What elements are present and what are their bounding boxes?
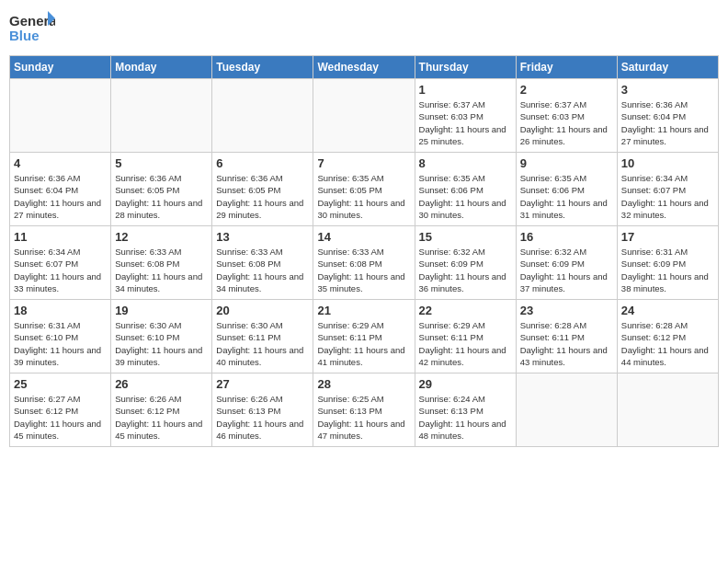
calendar-day: 19Sunrise: 6:30 AMSunset: 6:10 PMDayligh…: [111, 300, 212, 373]
calendar-day: 11Sunrise: 6:34 AMSunset: 6:07 PMDayligh…: [10, 226, 111, 300]
day-number: 15: [419, 230, 512, 244]
day-info: Sunrise: 6:28 AMSunset: 6:12 PMDaylight:…: [621, 319, 714, 368]
day-number: 12: [115, 230, 208, 244]
day-number: 1: [419, 83, 512, 97]
day-info: Sunrise: 6:36 AMSunset: 6:04 PMDaylight:…: [621, 98, 714, 147]
day-number: 4: [14, 156, 107, 170]
calendar-day: 9Sunrise: 6:35 AMSunset: 6:06 PMDaylight…: [516, 153, 617, 226]
day-number: 27: [216, 377, 309, 391]
day-info: Sunrise: 6:33 AMSunset: 6:08 PMDaylight:…: [216, 246, 309, 294]
day-info: Sunrise: 6:29 AMSunset: 6:11 PMDaylight:…: [419, 319, 512, 368]
calendar-day: 25Sunrise: 6:27 AMSunset: 6:12 PMDayligh…: [10, 373, 111, 447]
day-info: Sunrise: 6:35 AMSunset: 6:06 PMDaylight:…: [520, 172, 613, 221]
calendar-day: [111, 79, 212, 153]
calendar-day: 16Sunrise: 6:32 AMSunset: 6:09 PMDayligh…: [516, 226, 617, 300]
day-info: Sunrise: 6:26 AMSunset: 6:13 PMDaylight:…: [216, 393, 309, 442]
day-number: 6: [216, 156, 309, 170]
day-info: Sunrise: 6:37 AMSunset: 6:03 PMDaylight:…: [520, 98, 613, 147]
calendar-header-sunday: Sunday: [10, 56, 111, 79]
calendar-day: 5Sunrise: 6:36 AMSunset: 6:05 PMDaylight…: [111, 153, 212, 226]
day-info: Sunrise: 6:30 AMSunset: 6:10 PMDaylight:…: [115, 319, 208, 368]
calendar-day: 18Sunrise: 6:31 AMSunset: 6:10 PMDayligh…: [10, 300, 111, 373]
day-number: 9: [520, 156, 613, 170]
calendar-header-saturday: Saturday: [617, 56, 718, 79]
day-number: 28: [317, 377, 410, 391]
day-info: Sunrise: 6:33 AMSunset: 6:08 PMDaylight:…: [317, 246, 410, 294]
calendar-day: 20Sunrise: 6:30 AMSunset: 6:11 PMDayligh…: [212, 300, 313, 373]
day-info: Sunrise: 6:36 AMSunset: 6:05 PMDaylight:…: [216, 172, 309, 221]
day-info: Sunrise: 6:29 AMSunset: 6:11 PMDaylight:…: [317, 319, 410, 368]
calendar-day: 29Sunrise: 6:24 AMSunset: 6:13 PMDayligh…: [415, 373, 516, 447]
day-number: 22: [419, 304, 512, 317]
day-number: 20: [216, 304, 309, 317]
calendar-week-5: 25Sunrise: 6:27 AMSunset: 6:12 PMDayligh…: [10, 373, 719, 447]
day-number: 24: [621, 304, 714, 317]
calendar-day: 21Sunrise: 6:29 AMSunset: 6:11 PMDayligh…: [313, 300, 415, 373]
day-number: 10: [621, 156, 714, 170]
day-number: 21: [317, 304, 410, 317]
day-number: 16: [520, 230, 613, 244]
calendar-day: 10Sunrise: 6:34 AMSunset: 6:07 PMDayligh…: [617, 153, 718, 226]
day-number: 26: [115, 377, 208, 391]
day-number: 18: [14, 304, 107, 317]
calendar-day: 22Sunrise: 6:29 AMSunset: 6:11 PMDayligh…: [415, 300, 516, 373]
calendar-day: 14Sunrise: 6:33 AMSunset: 6:08 PMDayligh…: [313, 226, 415, 300]
day-info: Sunrise: 6:27 AMSunset: 6:12 PMDaylight:…: [14, 393, 107, 442]
day-number: 17: [621, 230, 714, 244]
calendar-day: 12Sunrise: 6:33 AMSunset: 6:08 PMDayligh…: [111, 226, 212, 300]
day-info: Sunrise: 6:32 AMSunset: 6:09 PMDaylight:…: [520, 246, 613, 294]
day-info: Sunrise: 6:36 AMSunset: 6:05 PMDaylight:…: [115, 172, 208, 221]
calendar-day: 7Sunrise: 6:35 AMSunset: 6:05 PMDaylight…: [313, 153, 415, 226]
calendar-day: [516, 373, 617, 447]
calendar-body: 1Sunrise: 6:37 AMSunset: 6:03 PMDaylight…: [10, 79, 719, 447]
svg-text:Blue: Blue: [9, 28, 40, 43]
day-info: Sunrise: 6:32 AMSunset: 6:09 PMDaylight:…: [419, 246, 512, 294]
calendar-day: 24Sunrise: 6:28 AMSunset: 6:12 PMDayligh…: [617, 300, 718, 373]
calendar-header-wednesday: Wednesday: [313, 56, 415, 79]
calendar-day: 2Sunrise: 6:37 AMSunset: 6:03 PMDaylight…: [516, 79, 617, 153]
day-info: Sunrise: 6:36 AMSunset: 6:04 PMDaylight:…: [14, 172, 107, 221]
calendar-header-row: SundayMondayTuesdayWednesdayThursdayFrid…: [10, 56, 719, 79]
day-number: 13: [216, 230, 309, 244]
day-info: Sunrise: 6:35 AMSunset: 6:06 PMDaylight:…: [419, 172, 512, 221]
calendar-day: 8Sunrise: 6:35 AMSunset: 6:06 PMDaylight…: [415, 153, 516, 226]
calendar-day: 6Sunrise: 6:36 AMSunset: 6:05 PMDaylight…: [212, 153, 313, 226]
day-number: 29: [419, 377, 512, 391]
calendar-day: 17Sunrise: 6:31 AMSunset: 6:09 PMDayligh…: [617, 226, 718, 300]
calendar-header-tuesday: Tuesday: [212, 56, 313, 79]
day-number: 23: [520, 304, 613, 317]
calendar-week-1: 1Sunrise: 6:37 AMSunset: 6:03 PMDaylight…: [10, 79, 719, 153]
day-info: Sunrise: 6:28 AMSunset: 6:11 PMDaylight:…: [520, 319, 613, 368]
day-info: Sunrise: 6:24 AMSunset: 6:13 PMDaylight:…: [419, 393, 512, 442]
day-number: 8: [419, 156, 512, 170]
calendar-day: 3Sunrise: 6:36 AMSunset: 6:04 PMDaylight…: [617, 79, 718, 153]
calendar-day: 28Sunrise: 6:25 AMSunset: 6:13 PMDayligh…: [313, 373, 415, 447]
day-number: 3: [621, 83, 714, 97]
calendar-day: [10, 79, 111, 153]
day-info: Sunrise: 6:31 AMSunset: 6:10 PMDaylight:…: [14, 319, 107, 368]
calendar-header-monday: Monday: [111, 56, 212, 79]
calendar-week-4: 18Sunrise: 6:31 AMSunset: 6:10 PMDayligh…: [10, 300, 719, 373]
calendar-header-thursday: Thursday: [415, 56, 516, 79]
day-number: 25: [14, 377, 107, 391]
day-info: Sunrise: 6:31 AMSunset: 6:09 PMDaylight:…: [621, 246, 714, 294]
calendar-day: [313, 79, 415, 153]
day-number: 2: [520, 83, 613, 97]
calendar-day: 26Sunrise: 6:26 AMSunset: 6:12 PMDayligh…: [111, 373, 212, 447]
calendar-day: 13Sunrise: 6:33 AMSunset: 6:08 PMDayligh…: [212, 226, 313, 300]
calendar-day: 4Sunrise: 6:36 AMSunset: 6:04 PMDaylight…: [10, 153, 111, 226]
page-header: General Blue: [9, 9, 719, 50]
day-info: Sunrise: 6:26 AMSunset: 6:12 PMDaylight:…: [115, 393, 208, 442]
calendar-day: [617, 373, 718, 447]
day-info: Sunrise: 6:30 AMSunset: 6:11 PMDaylight:…: [216, 319, 309, 368]
day-number: 7: [317, 156, 410, 170]
day-number: 14: [317, 230, 410, 244]
day-number: 19: [115, 304, 208, 317]
logo-graphic: General Blue: [9, 9, 55, 50]
calendar-week-3: 11Sunrise: 6:34 AMSunset: 6:07 PMDayligh…: [10, 226, 719, 300]
day-info: Sunrise: 6:34 AMSunset: 6:07 PMDaylight:…: [14, 246, 107, 294]
day-info: Sunrise: 6:34 AMSunset: 6:07 PMDaylight:…: [621, 172, 714, 221]
day-number: 5: [115, 156, 208, 170]
calendar-header-friday: Friday: [516, 56, 617, 79]
day-number: 11: [14, 230, 107, 244]
